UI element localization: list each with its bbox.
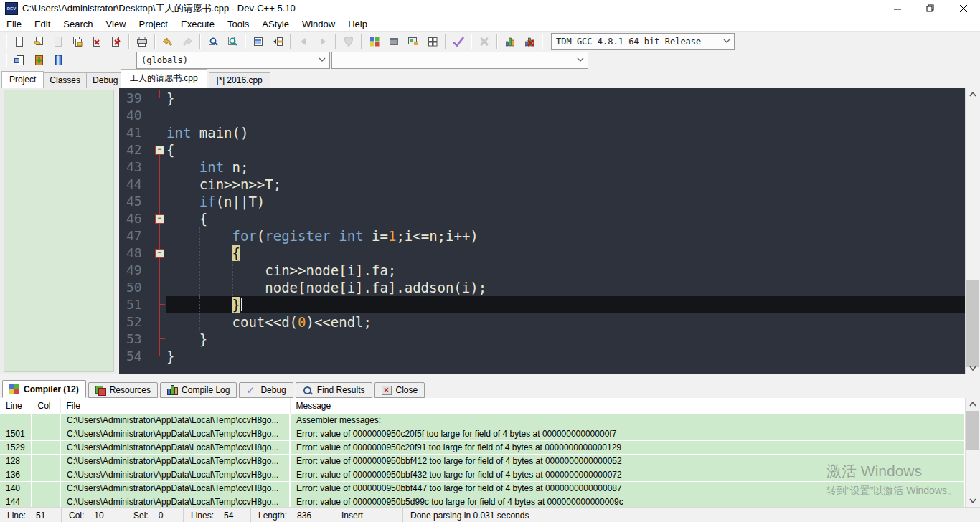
compiler-output-table[interactable]: LineColFileMessage C:\Users\Administrato… bbox=[0, 398, 966, 507]
code-line-44[interactable]: 44 cin>>n>>T; bbox=[119, 176, 966, 193]
table-scrollbar[interactable] bbox=[965, 398, 980, 507]
indent-guide bbox=[199, 296, 200, 313]
close-button[interactable] bbox=[947, 0, 980, 17]
scroll-up-icon[interactable] bbox=[966, 398, 980, 410]
scroll-up-icon[interactable] bbox=[966, 88, 980, 100]
minimize-button[interactable] bbox=[881, 0, 914, 17]
menu-project[interactable]: Project bbox=[133, 19, 174, 29]
compile-button[interactable] bbox=[364, 33, 384, 50]
table-row[interactable]: 1529C:\Users\Administrator\AppData\Local… bbox=[0, 441, 965, 455]
back-button[interactable] bbox=[293, 33, 313, 50]
redo-button[interactable] bbox=[177, 33, 197, 50]
close-icon: ✕ bbox=[382, 386, 392, 395]
delete-profiling-button[interactable] bbox=[519, 33, 539, 50]
report-tab-close[interactable]: ✕Close bbox=[374, 382, 425, 398]
menu-tools[interactable]: Tools bbox=[221, 19, 255, 29]
report-tab-log[interactable]: Compile Log bbox=[160, 382, 237, 398]
save-all-button[interactable] bbox=[67, 33, 87, 50]
table-row[interactable]: 1501C:\Users\Administrator\AppData\Local… bbox=[0, 427, 965, 441]
left-tab-debug[interactable]: Debug bbox=[86, 72, 124, 88]
code-line-49[interactable]: 49 cin>>node[i].fa; bbox=[119, 262, 966, 279]
code-editor[interactable]: 39}4041int main()42−{43 int n;44 cin>>n>… bbox=[118, 88, 966, 374]
print-button[interactable] bbox=[132, 33, 151, 50]
code-line-39[interactable]: 39} bbox=[119, 90, 966, 107]
report-tab-find[interactable]: Find Results bbox=[296, 382, 372, 398]
report-tab-resources[interactable]: Resources bbox=[88, 382, 158, 398]
new-file-button[interactable] bbox=[9, 33, 29, 50]
goto-implementation-button[interactable] bbox=[48, 52, 67, 69]
menu-edit[interactable]: Edit bbox=[28, 19, 57, 29]
code-line-41[interactable]: 41int main() bbox=[119, 124, 966, 141]
restore-button[interactable] bbox=[914, 0, 947, 17]
column-header-file[interactable]: File bbox=[60, 398, 290, 414]
code-line-40[interactable]: 40 bbox=[119, 107, 966, 124]
code-line-48[interactable]: 48− { bbox=[119, 245, 966, 262]
undo-button[interactable] bbox=[158, 33, 177, 50]
run-button[interactable] bbox=[384, 33, 403, 50]
scope-select[interactable]: (globals) bbox=[136, 52, 330, 69]
menu-search[interactable]: Search bbox=[57, 19, 99, 29]
table-row[interactable]: C:\Users\Administrator\AppData\Local\Tem… bbox=[0, 414, 965, 427]
scroll-down-icon[interactable] bbox=[966, 362, 980, 374]
status-label: Lines: bbox=[191, 511, 214, 521]
code-line-50[interactable]: 50 node[node[i].fa].addson(i); bbox=[119, 279, 966, 296]
fold-marker-icon[interactable]: − bbox=[155, 146, 164, 155]
menu-execute[interactable]: Execute bbox=[174, 19, 221, 29]
find-button[interactable] bbox=[203, 33, 222, 50]
close-file-button[interactable] bbox=[87, 33, 106, 50]
menu-help[interactable]: Help bbox=[341, 19, 374, 29]
rebuild-all-button[interactable] bbox=[423, 33, 442, 50]
column-header-line[interactable]: Line bbox=[0, 398, 32, 414]
cell-message: Error: value of 0000000950c20f5f too lar… bbox=[290, 427, 965, 441]
report-tab-debug[interactable]: ✓Debug bbox=[239, 382, 293, 398]
table-row[interactable]: 136C:\Users\Administrator\AppData\Local\… bbox=[0, 468, 965, 482]
code-line-52[interactable]: 52 cout<<d(0)<<endl; bbox=[119, 313, 966, 331]
code-line-51[interactable]: 51 } bbox=[119, 296, 966, 313]
forward-button[interactable] bbox=[313, 33, 332, 50]
open-file-button[interactable] bbox=[29, 33, 48, 50]
table-row[interactable]: 144C:\Users\Administrator\AppData\Local\… bbox=[0, 495, 965, 508]
code-line-45[interactable]: 45 if(n||T) bbox=[119, 193, 966, 210]
scroll-down-icon[interactable] bbox=[966, 495, 980, 507]
project-manager-toggle[interactable] bbox=[248, 33, 268, 50]
code-line-47[interactable]: 47 for(register int i=1;i<=n;i++) bbox=[119, 227, 966, 245]
table-scroll-thumb[interactable] bbox=[966, 411, 979, 450]
find-in-files-button[interactable] bbox=[222, 33, 242, 50]
fold-marker-icon[interactable]: − bbox=[155, 214, 164, 224]
close-all-button[interactable] bbox=[106, 33, 126, 50]
compiler-select[interactable]: TDM-GCC 4.8.1 64-bit Release bbox=[551, 33, 735, 50]
menu-view[interactable]: View bbox=[100, 19, 133, 29]
report-window-toggle[interactable] bbox=[268, 33, 287, 50]
debug-button[interactable] bbox=[448, 33, 468, 50]
menu-file[interactable]: File bbox=[0, 19, 28, 29]
column-header-col[interactable]: Col bbox=[32, 398, 60, 414]
goto-declaration-button[interactable] bbox=[9, 52, 29, 69]
new-class-button[interactable] bbox=[29, 52, 48, 69]
code-line-53[interactable]: 53 } bbox=[119, 331, 966, 348]
code-line-42[interactable]: 42−{ bbox=[119, 141, 966, 158]
left-tab-project[interactable]: Project bbox=[1, 71, 44, 88]
editor-scroll-thumb[interactable] bbox=[966, 280, 979, 367]
column-header-message[interactable]: Message bbox=[290, 398, 965, 414]
file-tab-1[interactable]: 工人的请愿书.cpp bbox=[121, 69, 207, 88]
menu-window[interactable]: Window bbox=[296, 19, 341, 29]
table-row[interactable]: 140C:\Users\Administrator\AppData\Local\… bbox=[0, 482, 965, 495]
project-browser[interactable] bbox=[4, 90, 114, 372]
file-tab-2[interactable]: [*] 2016.cpp bbox=[209, 72, 270, 88]
fold-marker-icon[interactable]: − bbox=[155, 249, 164, 258]
compile-and-run-button[interactable] bbox=[403, 33, 423, 50]
save-file-button[interactable] bbox=[48, 33, 67, 50]
status-section-6: Insert bbox=[334, 508, 403, 522]
table-row[interactable]: 128C:\Users\Administrator\AppData\Local\… bbox=[0, 455, 965, 468]
code-line-43[interactable]: 43 int n; bbox=[119, 158, 966, 176]
syntax-check-button[interactable] bbox=[339, 33, 358, 50]
member-select[interactable] bbox=[331, 52, 588, 69]
profile-button[interactable] bbox=[500, 33, 519, 50]
menu-astyle[interactable]: AStyle bbox=[255, 19, 296, 29]
report-tab-compiler[interactable]: Compiler (12) bbox=[2, 380, 86, 398]
code-line-54[interactable]: 54} bbox=[119, 348, 966, 365]
code-line-46[interactable]: 46− { bbox=[119, 210, 966, 227]
editor-scrollbar[interactable] bbox=[965, 88, 980, 374]
abort-button[interactable] bbox=[474, 33, 494, 50]
left-tab-classes[interactable]: Classes bbox=[43, 72, 87, 88]
